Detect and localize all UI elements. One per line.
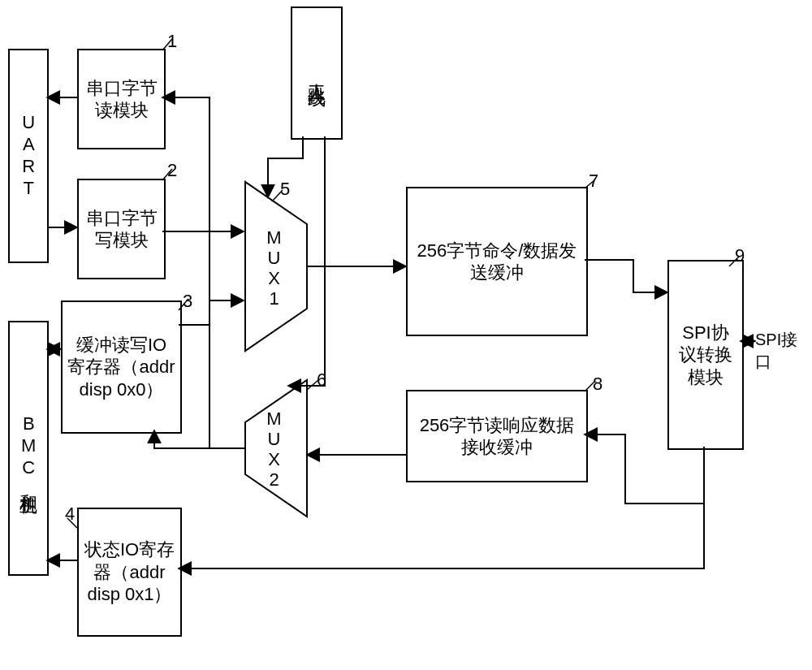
svg-line-14 [272,190,283,201]
svg-line-17 [585,382,594,391]
svg-line-18 [729,257,739,266]
svg-line-10 [162,39,172,50]
svg-line-13 [67,518,77,528]
connectors [0,0,812,670]
svg-line-12 [179,299,188,310]
svg-line-11 [162,169,172,180]
svg-line-16 [585,180,594,188]
